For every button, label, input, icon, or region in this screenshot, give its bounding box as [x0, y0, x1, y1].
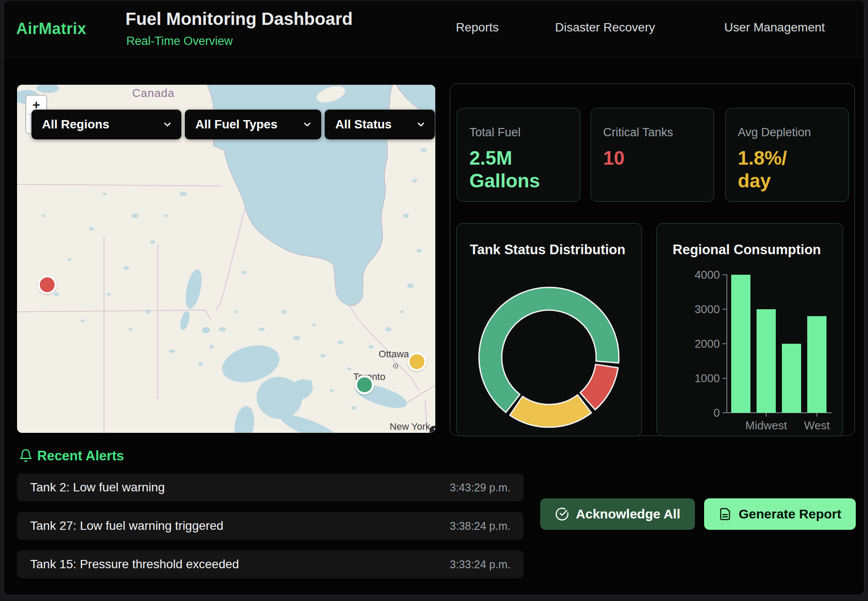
svg-text:New York: New York [390, 421, 431, 432]
alert-timestamp: 3:38:24 p.m. [450, 520, 510, 532]
chevron-down-icon [162, 119, 173, 130]
chevron-down-icon [416, 119, 426, 130]
map-filter-bar: All Regions All Fuel Types All Status [31, 110, 435, 139]
analytics-panel: Total Fuel 2.5M Gallons Critical Tanks 1… [450, 83, 855, 436]
stat-card-avg-depletion: Avg Depletion 1.8%/ day [725, 108, 849, 202]
document-icon [719, 508, 732, 521]
alert-row[interactable]: Tank 15: Pressure threshold exceeded 3:3… [17, 550, 524, 578]
alert-text: Tank 15: Pressure threshold exceeded [30, 557, 239, 571]
brand-logo: AirMatrix [16, 20, 87, 38]
alert-timestamp: 3:33:24 p.m. [450, 558, 510, 571]
svg-text:1000: 1000 [694, 372, 720, 385]
fuel-type-filter-value: All Fuel Types [195, 117, 278, 131]
alert-timestamp: 3:43:29 p.m. [450, 481, 510, 494]
stat-value: 1.8%/ day [738, 147, 787, 192]
svg-text:Canada: Canada [132, 86, 174, 100]
stat-card-critical-tanks: Critical Tanks 10 [590, 108, 714, 202]
alert-text: Tank 2: Low fuel warning [30, 480, 165, 494]
bar-chart-title: Regional Consumption [673, 242, 821, 258]
fuel-map[interactable]: CanadaOttawaTorontoNew York + − All Regi… [17, 85, 435, 433]
region-filter-value: All Regions [42, 117, 109, 131]
alert-row[interactable]: Tank 27: Low fuel warning triggered 3:38… [17, 512, 524, 540]
tank-status-donut-chart [457, 259, 642, 436]
resize-grip-icon[interactable] [430, 426, 435, 433]
page-subtitle: Real-Time Overview [126, 35, 233, 48]
fuel-type-filter-dropdown[interactable]: All Fuel Types [185, 110, 321, 139]
svg-text:Ottawa: Ottawa [378, 349, 409, 359]
check-circle-icon [555, 507, 569, 521]
tank-status-chart-card: Tank Status Distribution [456, 223, 642, 436]
nav-user-management[interactable]: User Management [724, 21, 825, 35]
svg-text:3000: 3000 [694, 303, 720, 316]
region-filter-dropdown[interactable]: All Regions [31, 110, 181, 139]
tank-marker-normal[interactable] [355, 375, 374, 394]
bell-icon [19, 449, 33, 463]
status-filter-value: All Status [335, 117, 392, 131]
stat-label: Avg Depletion [738, 126, 811, 139]
svg-text:2000: 2000 [694, 337, 720, 350]
app-window: AirMatrix Fuel Monitoring Dashboard Real… [3, 0, 865, 595]
stat-label: Total Fuel [469, 126, 521, 139]
nav-reports[interactable]: Reports [456, 21, 499, 35]
stat-value: 2.5M Gallons [469, 147, 540, 192]
page-title: Fuel Monitoring Dashboard [125, 9, 353, 29]
svg-text:4000: 4000 [694, 268, 720, 281]
donut-chart-title: Tank Status Distribution [470, 242, 625, 258]
alert-text: Tank 27: Low fuel warning triggered [30, 519, 223, 533]
regional-consumption-chart-card: Regional Consumption 01000200030004000Mi… [656, 223, 843, 436]
nav-disaster-recovery[interactable]: Disaster Recovery [555, 21, 655, 35]
alerts-section-title: Recent Alerts [37, 448, 124, 464]
alert-row[interactable]: Tank 2: Low fuel warning 3:43:29 p.m. [17, 473, 524, 501]
svg-text:0: 0 [714, 406, 720, 419]
generate-report-label: Generate Report [739, 507, 841, 522]
svg-text:West: West [804, 419, 830, 432]
top-bar: AirMatrix Fuel Monitoring Dashboard Real… [4, 0, 864, 58]
stat-value: 10 [603, 147, 625, 169]
tank-marker-critical[interactable] [38, 275, 57, 294]
status-filter-dropdown[interactable]: All Status [325, 110, 435, 139]
tank-marker-warning[interactable] [407, 352, 427, 371]
acknowledge-all-button[interactable]: Acknowledge All [540, 498, 695, 530]
stat-card-total-fuel: Total Fuel 2.5M Gallons [457, 108, 580, 202]
chevron-down-icon [302, 119, 312, 130]
generate-report-button[interactable]: Generate Report [704, 498, 856, 530]
stat-label: Critical Tanks [603, 126, 673, 139]
svg-text:Midwest: Midwest [745, 419, 787, 432]
acknowledge-all-label: Acknowledge All [576, 507, 681, 522]
